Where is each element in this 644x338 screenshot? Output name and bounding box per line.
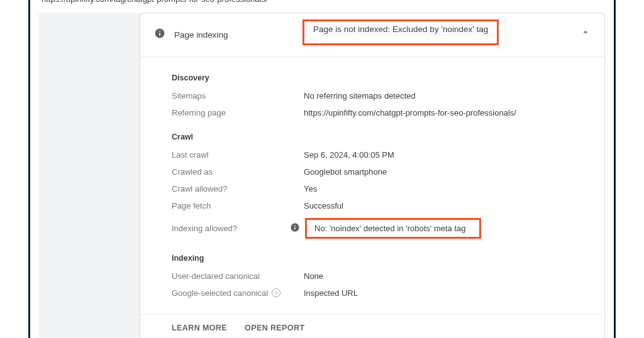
annotation-box-status: Page is not indexed: Excluded by 'noinde… [303,19,499,45]
value-user-canonical: None [304,271,323,281]
indexing-status: Page is not indexed: Excluded by 'noinde… [313,25,488,34]
outer-frame: https://upinfifty.com/tag/chatgpt-prompt… [28,0,616,338]
row-crawled-as: Crawled as Googlebot smartphone [172,163,591,180]
value-crawl-allowed: Yes [304,184,317,194]
row-referring-page: Referring page https://upinfifty.com/cha… [172,104,591,121]
value-last-crawl: Sep 6, 2024, 4:00:05 PM [304,150,394,160]
card-header[interactable]: Page indexing Page is not indexed: Exclu… [140,13,604,57]
page-indexing-card: Page indexing Page is not indexed: Exclu… [140,13,605,339]
label-sitemaps: Sitemaps [172,91,304,101]
row-crawl-allowed: Crawl allowed? Yes [172,180,591,197]
value-indexing-allowed: No: 'noindex' detected in 'robots' meta … [314,224,465,233]
label-last-crawl: Last crawl [172,150,304,160]
label-crawled-as: Crawled as [172,167,304,177]
label-referring-page: Referring page [172,108,304,117]
panel-background: Page indexing Page is not indexed: Exclu… [39,13,605,339]
value-referring-page: https://upinfifty.com/chatgpt-prompts-fo… [304,108,516,117]
value-page-fetch: Successful [304,201,343,210]
card-footer: LEARN MORE OPEN REPORT [140,314,604,339]
annotation-box-indexing: No: 'noindex' detected in 'robots' meta … [305,218,481,239]
row-last-crawl: Last crawl Sep 6, 2024, 4:00:05 PM [172,146,591,163]
card-title: Page indexing [174,30,306,40]
label-crawl-allowed: Crawl allowed? [172,184,304,194]
label-indexing-allowed: Indexing allowed? [172,224,304,233]
value-crawled-as: Googlebot smartphone [304,167,387,177]
label-user-canonical: User-declared canonical [172,271,304,281]
discovery-heading: Discovery [172,74,591,82]
info-icon [154,28,165,41]
indexing-heading: Indexing [172,254,591,263]
row-sitemaps: Sitemaps No referring sitemaps detected [172,87,591,104]
label-google-canonical: Google-selected canonical ? [172,288,304,298]
crawl-heading: Crawl [172,133,591,141]
url-display: https://upinfifty.com/tag/chatgpt-prompt… [39,0,605,11]
value-google-canonical: Inspected URL [304,288,358,298]
value-sitemaps: No referring sitemaps detected [304,91,416,101]
info-icon [290,222,300,234]
learn-more-link[interactable]: LEARN MORE [172,324,227,332]
row-user-canonical: User-declared canonical None [172,268,591,285]
row-page-fetch: Page fetch Successful [172,197,591,214]
open-report-link[interactable]: OPEN REPORT [245,324,304,332]
row-google-canonical: Google-selected canonical ? Inspected UR… [172,285,591,302]
row-indexing-allowed: Indexing allowed? No: 'noindex' detected… [172,214,591,243]
chevron-up-icon[interactable] [580,27,591,40]
help-icon[interactable]: ? [272,288,280,297]
label-page-fetch: Page fetch [172,201,304,210]
